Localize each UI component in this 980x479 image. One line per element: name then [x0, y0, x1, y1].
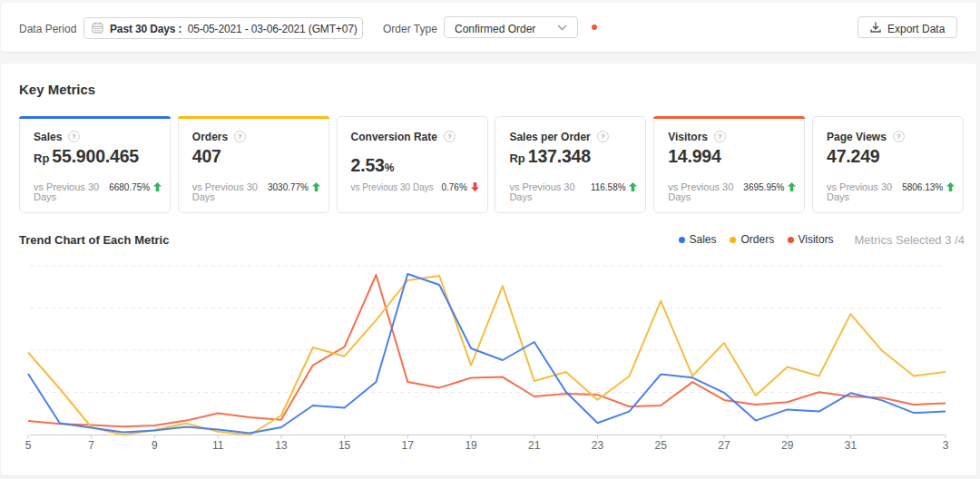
- svg-text:3: 3: [943, 439, 949, 452]
- svg-text:23: 23: [592, 439, 604, 452]
- svg-text:?: ?: [72, 132, 76, 141]
- svg-text:?: ?: [897, 132, 901, 141]
- svg-text:?: ?: [601, 132, 605, 141]
- svg-text:11: 11: [212, 439, 224, 452]
- svg-text:31: 31: [845, 439, 858, 452]
- svg-text:5: 5: [25, 439, 32, 452]
- svg-text:7: 7: [88, 439, 94, 452]
- svg-text:29: 29: [781, 439, 794, 452]
- svg-text:?: ?: [238, 132, 242, 141]
- svg-text:?: ?: [447, 132, 452, 141]
- svg-text:13: 13: [275, 439, 288, 452]
- svg-text:21: 21: [528, 439, 541, 452]
- svg-text:?: ?: [718, 132, 722, 141]
- svg-text:27: 27: [718, 439, 730, 452]
- svg-text:9: 9: [152, 439, 158, 452]
- svg-text:19: 19: [465, 439, 477, 452]
- svg-text:17: 17: [402, 439, 415, 452]
- svg-text:15: 15: [338, 439, 351, 452]
- svg-text:25: 25: [655, 439, 668, 452]
